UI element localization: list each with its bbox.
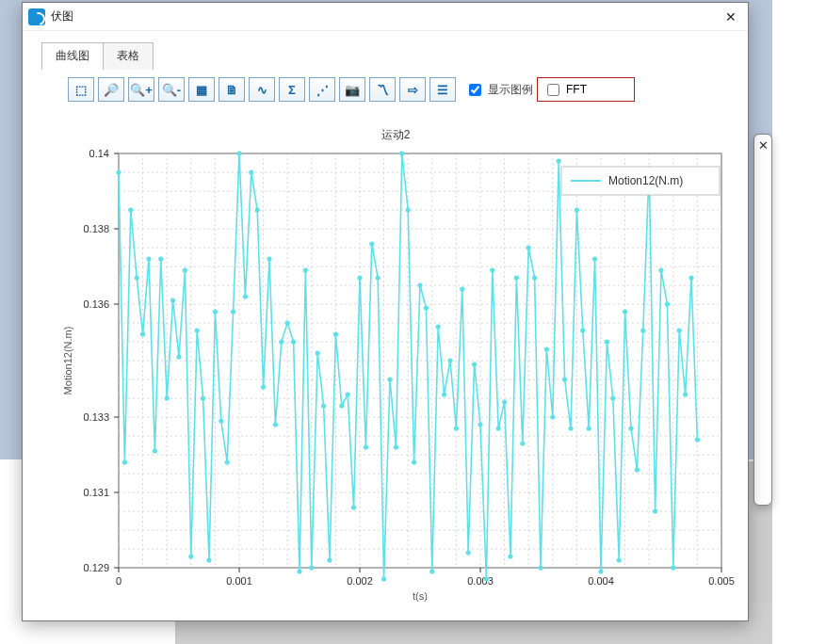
svg-point-96 (231, 309, 235, 314)
home-icon: ⬚ (75, 84, 87, 96)
svg-point-78 (122, 459, 127, 464)
close-icon[interactable]: ✕ (758, 138, 769, 153)
svg-point-142 (508, 554, 512, 558)
svg-point-150 (557, 158, 561, 163)
save-icon: 🗎 (226, 84, 238, 96)
background-white-stripe (772, 0, 826, 644)
fft-highlight-box: FFT (537, 77, 635, 102)
line-button[interactable]: ∿ (249, 77, 275, 102)
svg-point-92 (206, 557, 211, 562)
line-icon: ∿ (257, 84, 267, 96)
svg-point-104 (279, 339, 283, 344)
svg-point-132 (447, 358, 452, 362)
svg-point-77 (116, 169, 121, 174)
svg-point-112 (327, 557, 332, 562)
svg-point-87 (176, 354, 181, 359)
svg-point-126 (412, 459, 416, 464)
svg-point-99 (249, 169, 253, 174)
svg-point-84 (158, 256, 163, 261)
svg-text:0.131: 0.131 (83, 487, 109, 498)
svg-text:运动2: 运动2 (381, 128, 411, 141)
svg-point-158 (605, 339, 609, 344)
svg-point-106 (291, 339, 296, 344)
show-legend-wrapper[interactable]: 显示图例 (465, 81, 533, 99)
svg-point-85 (165, 395, 170, 400)
settings-button[interactable]: ☰ (429, 77, 456, 102)
svg-point-155 (587, 426, 591, 430)
sigma-button[interactable]: Σ (279, 77, 305, 102)
svg-point-139 (490, 267, 494, 272)
grid-button[interactable]: ▦ (188, 77, 215, 102)
svg-point-127 (417, 282, 422, 287)
svg-text:Motion12(N.m): Motion12(N.m) (62, 327, 73, 395)
svg-text:0.001: 0.001 (226, 575, 252, 587)
svg-text:0.002: 0.002 (347, 575, 373, 587)
svg-point-160 (617, 557, 622, 562)
svg-point-146 (532, 275, 537, 280)
tab-curve[interactable]: 曲线图 (41, 42, 104, 70)
show-legend-checkbox[interactable] (469, 84, 481, 96)
fft-checkbox[interactable] (547, 84, 559, 96)
plot-dialog: 伏图 ✕ 曲线图 表格 ⬚ 🔎 🔍+ 🔍- ▦ 🗎 ∿ Σ ⋰ 📷 〽 ⇨ ☰ … (22, 2, 749, 621)
chart-svg: 运动200.0010.0020.0030.0040.0050.1290.1310… (57, 125, 735, 605)
svg-point-120 (376, 275, 381, 280)
svg-point-161 (623, 309, 627, 314)
svg-point-125 (406, 207, 411, 212)
plot-area: 运动200.0010.0020.0030.0040.0050.1290.1310… (57, 125, 733, 604)
tab-table[interactable]: 表格 (103, 42, 154, 70)
svg-point-103 (273, 422, 278, 427)
svg-point-163 (635, 467, 640, 472)
svg-point-90 (195, 328, 200, 332)
svg-point-147 (538, 565, 543, 570)
svg-text:0: 0 (116, 575, 121, 587)
svg-point-128 (424, 305, 429, 310)
svg-point-109 (309, 565, 314, 570)
svg-point-129 (429, 569, 434, 573)
svg-text:0.138: 0.138 (83, 223, 109, 234)
svg-point-110 (316, 350, 320, 355)
svg-point-111 (321, 403, 326, 408)
zoom-out-button[interactable]: 🔍- (158, 77, 185, 102)
svg-point-91 (201, 395, 205, 400)
svg-point-166 (653, 508, 657, 513)
camera-button[interactable]: 📷 (339, 77, 365, 102)
svg-point-154 (580, 328, 585, 332)
svg-point-113 (333, 331, 338, 336)
svg-text:0.129: 0.129 (83, 562, 109, 573)
export-button[interactable]: ⇨ (399, 77, 426, 102)
svg-point-116 (351, 505, 356, 509)
svg-point-140 (496, 426, 501, 430)
svg-text:0.136: 0.136 (83, 298, 109, 310)
svg-point-121 (381, 576, 386, 581)
svg-point-145 (526, 245, 531, 250)
svg-point-171 (683, 392, 688, 396)
svg-point-153 (575, 207, 579, 212)
window-title: 伏图 (51, 8, 73, 24)
save-button[interactable]: 🗎 (219, 77, 245, 102)
camera-icon: 📷 (345, 84, 360, 96)
svg-point-100 (255, 207, 260, 212)
close-button[interactable]: ✕ (720, 6, 742, 28)
svg-point-134 (460, 286, 464, 291)
svg-point-114 (339, 403, 344, 408)
tabs: 曲线图 表格 (41, 42, 748, 70)
scatter-button[interactable]: ⋰ (309, 77, 335, 102)
svg-point-169 (671, 565, 675, 570)
svg-point-102 (267, 256, 271, 261)
svg-point-118 (364, 444, 368, 449)
svg-point-119 (369, 241, 374, 246)
zoom-box-button[interactable]: 🔎 (98, 77, 124, 102)
svg-point-151 (562, 377, 567, 381)
svg-point-124 (399, 151, 404, 155)
curve2-button[interactable]: 〽 (369, 77, 396, 102)
svg-point-101 (261, 384, 266, 389)
svg-point-81 (140, 331, 145, 336)
svg-point-122 (387, 377, 392, 381)
zoom-in-button[interactable]: 🔍+ (128, 77, 154, 102)
zoom-box-icon: 🔎 (104, 84, 119, 96)
zoom-in-icon: 🔍+ (130, 84, 153, 96)
svg-point-149 (550, 414, 555, 419)
svg-point-137 (478, 422, 482, 427)
svg-point-168 (665, 301, 670, 306)
home-button[interactable]: ⬚ (68, 77, 94, 102)
